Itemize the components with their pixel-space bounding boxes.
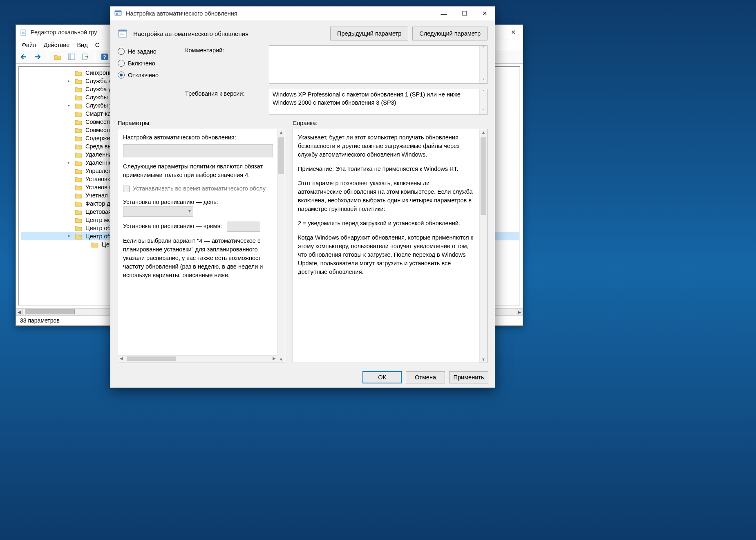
options-horizontal-scrollbar[interactable]: [118, 355, 277, 363]
dialog-button-row: ОК Отмена Применить: [110, 367, 495, 388]
toolbar-up-button[interactable]: [51, 51, 64, 63]
toolbar-export-button[interactable]: [79, 51, 92, 63]
checkbox-icon: [123, 186, 130, 192]
scroll-thumb[interactable]: [127, 356, 176, 361]
policy-sheet-icon: [118, 29, 127, 38]
folder-icon: [75, 119, 82, 125]
close-button[interactable]: ✕: [474, 7, 495, 20]
scroll-right-arrow[interactable]: ▶: [516, 309, 523, 315]
toolbar-forward-button[interactable]: [32, 51, 45, 63]
folder-icon: [75, 201, 82, 207]
options-panel: Настройка автоматического обновления: Сл…: [118, 129, 285, 363]
folder-icon: [75, 135, 82, 141]
radio-not-configured[interactable]: Не задано: [118, 48, 173, 55]
gpedit-icon: [20, 29, 27, 36]
folder-icon: [75, 176, 82, 182]
folder-icon: [75, 193, 82, 199]
comment-label: Комментарий:: [185, 45, 257, 54]
option-configure-dropdown[interactable]: [123, 144, 273, 157]
svg-rect-15: [120, 34, 124, 35]
radio-circle-icon: [118, 72, 125, 78]
folder-icon: [75, 86, 82, 92]
dialog-title-bar[interactable]: Настройка автоматического обновления — ☐…: [110, 7, 495, 20]
help-paragraph: 2 = уведомлять перед загрузкой и установ…: [298, 219, 475, 228]
textarea-scrollbar[interactable]: ˄˅: [479, 46, 487, 83]
previous-setting-button[interactable]: Предыдущий параметр: [330, 27, 408, 40]
radio-enabled[interactable]: Включено: [118, 60, 173, 67]
tree-twisty-icon[interactable]: ▸: [66, 103, 72, 108]
menu-action[interactable]: Действие: [44, 42, 70, 48]
radio-label: Не задано: [128, 48, 157, 55]
folder-icon: [75, 143, 82, 150]
folder-icon: [75, 217, 82, 223]
tree-item-label: Установка: [85, 176, 114, 182]
ok-button[interactable]: ОК: [362, 371, 402, 383]
toolbar-separator: [48, 52, 48, 61]
folder-icon: [75, 152, 82, 158]
options-vertical-scrollbar[interactable]: [277, 129, 285, 363]
radio-label: Отключено: [128, 72, 159, 78]
policy-dialog: Настройка автоматического обновления — ☐…: [110, 6, 495, 388]
requirements-scrollbar[interactable]: ˄˅: [479, 89, 487, 114]
menu-c[interactable]: С: [95, 42, 99, 48]
menu-view[interactable]: Вид: [77, 42, 87, 48]
maximize-button[interactable]: ☐: [454, 7, 474, 20]
toolbar-show-hide-button[interactable]: [65, 51, 78, 63]
requirements-text: Windows XP Professional с пакетом обновл…: [273, 91, 461, 106]
scroll-thumb[interactable]: [278, 137, 284, 174]
status-text: 33 параметров: [20, 317, 60, 324]
cancel-button[interactable]: Отмена: [406, 371, 445, 383]
next-setting-button[interactable]: Следующий параметр: [412, 27, 488, 40]
toolbar-back-button[interactable]: [18, 51, 31, 63]
state-radio-group: Не задано Включено Отключено: [118, 48, 173, 78]
svg-point-11: [116, 13, 118, 15]
dialog-title: Настройка автоматического обновления: [126, 10, 237, 17]
option-install-during-maintenance-checkbox[interactable]: Устанавливать во время автоматического о…: [123, 184, 273, 193]
folder-icon: [75, 94, 82, 101]
folder-icon: [91, 242, 98, 248]
folder-icon: [75, 78, 82, 84]
tree-twisty-icon[interactable]: ▾: [66, 233, 72, 239]
tree-twisty-icon[interactable]: ▸: [66, 78, 72, 84]
folder-icon: [75, 233, 82, 240]
help-paragraph: Когда Windows обнаружит обновления, кото…: [298, 233, 475, 276]
radio-circle-icon: [118, 60, 125, 67]
radio-disabled[interactable]: Отключено: [118, 72, 173, 78]
folder-icon: [75, 209, 82, 215]
toolbar-help-button[interactable]: ?: [98, 51, 111, 63]
option-configure-label: Настройка автоматического обновления:: [123, 133, 273, 142]
folder-icon: [75, 103, 82, 109]
apply-button[interactable]: Применить: [449, 371, 488, 383]
radio-label: Включено: [128, 60, 155, 67]
options-label: Параметры:: [118, 120, 285, 126]
folder-icon: [75, 70, 82, 76]
scroll-thumb[interactable]: [25, 309, 75, 314]
requirements-box[interactable]: Windows XP Professional с пакетом обновл…: [269, 89, 488, 115]
menu-file[interactable]: Файл: [22, 42, 36, 48]
checkbox-label: Устанавливать во время автоматического о…: [133, 184, 266, 193]
help-paragraph: Указывает, будет ли этот компьютер получ…: [298, 133, 475, 159]
gpedit-close-button[interactable]: ✕: [504, 25, 523, 40]
minimize-button[interactable]: —: [434, 7, 454, 20]
option-schedule-day-label: Установка по расписанию — день:: [123, 199, 218, 205]
help-panel: Указывает, будет ли этот компьютер получ…: [293, 129, 488, 363]
dialog-icon: [114, 9, 122, 18]
help-paragraph: Этот параметр позволяет указать, включен…: [298, 179, 475, 213]
scroll-left-arrow[interactable]: ◀: [16, 309, 23, 315]
tree-twisty-icon[interactable]: ▸: [66, 160, 72, 166]
svg-rect-10: [115, 11, 121, 12]
option-schedule-day-dropdown[interactable]: [123, 206, 193, 217]
svg-rect-13: [119, 30, 127, 31]
help-paragraph: Примечание: Эта политика не применяется …: [298, 165, 475, 173]
svg-rect-5: [68, 54, 70, 60]
tree-item-label: Фактор до: [85, 200, 114, 207]
folder-icon: [75, 127, 82, 133]
option-schedule-time-field[interactable]: [227, 222, 260, 232]
scroll-thumb[interactable]: [481, 137, 486, 215]
help-vertical-scrollbar[interactable]: [479, 129, 487, 363]
comment-textarea[interactable]: ˄˅: [269, 45, 488, 84]
svg-rect-0: [21, 30, 26, 36]
option-note-text: Следующие параметры политики являются об…: [123, 162, 273, 179]
folder-icon: [75, 160, 82, 166]
folder-icon: [75, 168, 82, 174]
